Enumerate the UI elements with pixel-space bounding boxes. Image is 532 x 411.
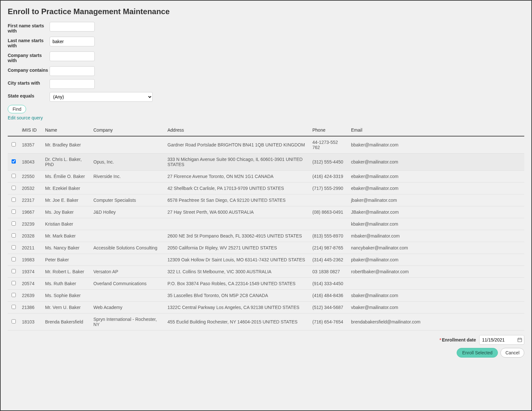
row-checkbox[interactable] bbox=[12, 142, 16, 146]
cell-phone: (314) 445-2362 bbox=[310, 254, 348, 266]
row-checkbox[interactable] bbox=[12, 281, 16, 285]
cell-id: 20574 bbox=[19, 278, 43, 290]
cell-company: J&D Holley bbox=[91, 206, 165, 218]
calendar-icon[interactable] bbox=[517, 337, 522, 342]
table-row[interactable]: 19374Mr. Robert L. BakerVersaton AP322 L… bbox=[8, 266, 524, 278]
col-header-name[interactable]: Name bbox=[43, 124, 91, 136]
cell-id: 22639 bbox=[19, 290, 43, 302]
cell-phone: (416) 484-8436 bbox=[310, 290, 348, 302]
cell-id: 20328 bbox=[19, 230, 43, 242]
cell-name: Ms. Nancy Baker bbox=[43, 242, 91, 254]
state-select[interactable]: (Any) bbox=[50, 92, 153, 102]
cell-name: Brenda Bakersfield bbox=[43, 313, 91, 331]
table-row[interactable]: 18103Brenda BakersfieldSpryn Internation… bbox=[8, 313, 524, 331]
cell-name: Ms. Ruth Baker bbox=[43, 278, 91, 290]
cell-address: 2600 NE 3rd St Pompano Beach, FL 33062-4… bbox=[165, 230, 310, 242]
first-name-label: First name starts with bbox=[8, 22, 50, 33]
cell-id: 20532 bbox=[19, 182, 43, 194]
cell-company bbox=[91, 290, 165, 302]
col-header-phone[interactable]: Phone bbox=[310, 124, 348, 136]
row-checkbox[interactable] bbox=[12, 245, 16, 249]
cell-email: jbaker@mailinator.com bbox=[348, 194, 524, 206]
cell-company bbox=[91, 254, 165, 266]
table-row[interactable]: 19667Ms. Joy BakerJ&D Holley27 Hay Stree… bbox=[8, 206, 524, 218]
cell-email: bbaker@mailinator.com bbox=[348, 136, 524, 154]
table-row[interactable]: 20532Mr. Ezekiel Baker42 Shellbark Ct Ca… bbox=[8, 182, 524, 194]
enroll-selected-button[interactable]: Enroll Selected bbox=[457, 348, 498, 358]
cell-company bbox=[91, 230, 165, 242]
table-row[interactable]: 22317Mr. Joe E. BakerComputer Specialist… bbox=[8, 194, 524, 206]
row-checkbox[interactable] bbox=[12, 159, 16, 163]
cell-name: Dr. Chris L. Baker, PhD bbox=[43, 154, 91, 171]
state-label: State equals bbox=[8, 92, 50, 98]
cell-name: Ms. Sophie Baker bbox=[43, 290, 91, 302]
row-checkbox[interactable] bbox=[12, 305, 16, 309]
col-header-checkbox bbox=[8, 124, 19, 136]
col-header-company[interactable]: Company bbox=[91, 124, 165, 136]
cell-address: 6578 Peachtree St San Diego, CA 92120 UN… bbox=[165, 194, 310, 206]
col-header-address[interactable]: Address bbox=[165, 124, 310, 136]
cell-company: Overland Communications bbox=[91, 278, 165, 290]
row-checkbox[interactable] bbox=[12, 293, 16, 297]
cell-id: 18043 bbox=[19, 154, 43, 171]
cell-phone: (214) 987-8765 bbox=[310, 242, 348, 254]
table-row[interactable]: 18043Dr. Chris L. Baker, PhDOpus, Inc.33… bbox=[8, 154, 524, 171]
cell-email: ebaker@mailinator.com bbox=[348, 182, 524, 194]
required-mark-icon: * bbox=[440, 337, 441, 342]
cell-email: JBaker@mailinator.com bbox=[348, 206, 524, 218]
row-checkbox[interactable] bbox=[12, 269, 16, 273]
modal-container: Enroll to Practice Management Maintenanc… bbox=[0, 0, 532, 411]
footer: *Enrollment date Enroll Selected Cancel bbox=[8, 335, 524, 358]
cell-address: 455 Euclid Building Rochester, NY 14604-… bbox=[165, 313, 310, 331]
last-name-input[interactable] bbox=[50, 37, 95, 46]
find-button[interactable]: Find bbox=[8, 105, 26, 113]
row-checkbox[interactable] bbox=[12, 186, 16, 190]
company-contains-input[interactable] bbox=[50, 66, 95, 76]
cell-company: Versaton AP bbox=[91, 266, 165, 278]
cell-company: Accessible Solutions Consulting bbox=[91, 242, 165, 254]
row-checkbox[interactable] bbox=[12, 210, 16, 214]
table-row[interactable]: 22550Ms. Émilie O. BakerRiverside Inc.27… bbox=[8, 171, 524, 182]
cell-id: 19374 bbox=[19, 266, 43, 278]
row-checkbox[interactable] bbox=[12, 221, 16, 226]
row-checkbox[interactable] bbox=[12, 257, 16, 261]
table-row[interactable]: 19983Peter Baker12309 Oak Hollow Dr Sain… bbox=[8, 254, 524, 266]
cell-id: 19983 bbox=[19, 254, 43, 266]
col-header-email[interactable]: Email bbox=[348, 124, 524, 136]
table-row[interactable]: 22639Ms. Sophie Baker35 Lascelles Blvd T… bbox=[8, 290, 524, 302]
cell-address: P.O. Box 33874 Paso Robles, CA 22314-154… bbox=[165, 278, 310, 290]
table-row[interactable]: 18357Mr. Bradley BakerGardner Road Ports… bbox=[8, 136, 524, 154]
table-row[interactable]: 23239Kristian Bakerkbaker@mailinator.com bbox=[8, 218, 524, 230]
cell-company bbox=[91, 182, 165, 194]
cell-name: Mr. Joe E. Baker bbox=[43, 194, 91, 206]
cell-name: Mr. Bradley Baker bbox=[43, 136, 91, 154]
city-input[interactable] bbox=[50, 79, 95, 89]
cell-email: vbaker@mailinator.com bbox=[348, 302, 524, 313]
col-header-id[interactable]: iMIS ID bbox=[19, 124, 43, 136]
cell-address: 1322C Central Parkway Los Angeles, CA 92… bbox=[165, 302, 310, 313]
table-row[interactable]: 20328Mr. Mark Baker2600 NE 3rd St Pompan… bbox=[8, 230, 524, 242]
cell-phone: 44-1273-552 762 bbox=[310, 136, 348, 154]
row-checkbox[interactable] bbox=[12, 198, 16, 202]
cell-email: cbaker@mailinator.com bbox=[348, 154, 524, 171]
cell-phone: (813) 555-8970 bbox=[310, 230, 348, 242]
cell-address: 42 Shellbark Ct Carlisle, PA 17013-9709 … bbox=[165, 182, 310, 194]
cell-name: Mr. Vern U. Baker bbox=[43, 302, 91, 313]
cell-company: Web Academy bbox=[91, 302, 165, 313]
row-checkbox[interactable] bbox=[12, 174, 16, 178]
cell-email: mbaker@mailinator.com bbox=[348, 230, 524, 242]
table-row[interactable]: 21386Mr. Vern U. BakerWeb Academy1322C C… bbox=[8, 302, 524, 313]
first-name-input[interactable] bbox=[50, 22, 95, 32]
table-row[interactable]: 20574Ms. Ruth BakerOverland Communicatio… bbox=[8, 278, 524, 290]
table-row[interactable]: 20211Ms. Nancy BakerAccessible Solutions… bbox=[8, 242, 524, 254]
cancel-button[interactable]: Cancel bbox=[500, 348, 524, 358]
row-checkbox[interactable] bbox=[12, 233, 16, 238]
cell-address: 27 Hay Street Perth, WA 6000 AUSTRALIA bbox=[165, 206, 310, 218]
edit-source-query-link[interactable]: Edit source query bbox=[8, 115, 524, 120]
row-checkbox[interactable] bbox=[12, 319, 16, 323]
cell-phone: 03 1838 0827 bbox=[310, 266, 348, 278]
company-starts-input[interactable] bbox=[50, 51, 95, 61]
company-contains-label: Company contains bbox=[8, 66, 50, 73]
cell-id: 18103 bbox=[19, 313, 43, 331]
cell-address: 2050 California Dr Ripley, WV 25271 UNIT… bbox=[165, 242, 310, 254]
